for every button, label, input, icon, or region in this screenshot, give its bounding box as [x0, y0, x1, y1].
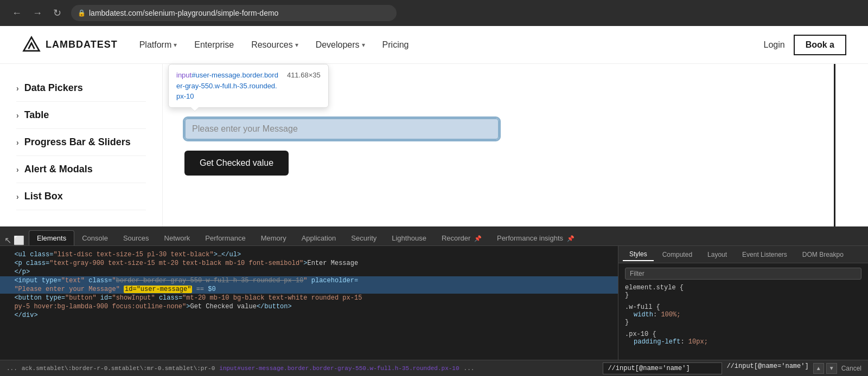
nav-platform[interactable]: Platform ▾: [139, 40, 177, 50]
element-tooltip: input#user-message.border.border-gray-55…: [168, 64, 329, 108]
css-rule-w-full: .w-full { width: 100%; }: [625, 303, 861, 326]
nav-developers[interactable]: Developers ▾: [316, 40, 365, 50]
styles-tab-computed[interactable]: Computed: [656, 249, 699, 261]
tooltip-tag: input: [176, 71, 192, 79]
html-line-div-close: </div>: [0, 311, 618, 320]
devtools-tabs: ↖ ⬜ Elements Console Sources Network Per…: [0, 226, 868, 246]
nav-bar: LAMBDATEST Platform ▾ Enterprise Resourc…: [0, 26, 868, 64]
bottom-dots-left: ...: [7, 365, 17, 372]
book-button[interactable]: Book a: [794, 35, 846, 55]
xpath-value: //input[@name='name']: [726, 362, 808, 374]
sidebar-item-table[interactable]: › Table: [16, 102, 146, 129]
expand-icon: ›: [16, 84, 19, 93]
bottom-input-selector[interactable]: input#user-message.border.border-gray-55…: [219, 365, 459, 372]
developers-chevron-icon: ▾: [362, 41, 365, 49]
styles-panel: Styles Computed Layout Event Listeners D…: [618, 246, 868, 360]
xpath-nav-up[interactable]: ▲: [813, 363, 824, 374]
css-rule-selector: element.style {: [625, 284, 684, 291]
sidebar: › Data Pickers › Table › Progress Bar & …: [0, 64, 163, 226]
filter-box[interactable]: Filter: [625, 268, 861, 280]
resources-chevron-icon: ▾: [295, 41, 298, 49]
content-area: › Data Pickers › Table › Progress Bar & …: [0, 64, 868, 226]
message-input[interactable]: Please enter your Message: [184, 118, 499, 140]
html-line-p-close: </p>: [0, 268, 618, 276]
html-line-button2: py-5 hover:bg-lambda-900 focus:outline-n…: [0, 302, 618, 311]
filter-text: Filter: [630, 270, 644, 277]
css-prop-width: width: 100%;: [634, 311, 680, 319]
tab-recorder[interactable]: Recorder 📌: [434, 231, 489, 245]
tooltip-size: 411.68×35: [287, 70, 321, 79]
bottom-breadcrumb[interactable]: ack.smtablet\:border-r-0.smtablet\:mr-0.…: [22, 365, 215, 372]
sidebar-item-data-pickers[interactable]: › Data Pickers: [16, 75, 146, 102]
styles-tabs: Styles Computed Layout Event Listeners D…: [618, 246, 868, 263]
nav-links: Platform ▾ Enterprise Resources ▾ Develo…: [139, 40, 764, 50]
lock-icon: 🔒: [78, 9, 86, 17]
xpath-nav-down[interactable]: ▼: [826, 363, 837, 374]
forward-button[interactable]: →: [29, 7, 46, 20]
html-line-ul: <ul class="list-disc text-size-15 pl-30 …: [0, 250, 618, 259]
tab-performance[interactable]: Performance: [197, 231, 253, 245]
expand-icon: ›: [16, 165, 19, 174]
sidebar-item-list-box[interactable]: › List Box: [16, 183, 146, 210]
html-line-input-selected[interactable]: <input type="text" class="border border-…: [0, 276, 618, 285]
tab-elements[interactable]: Elements: [29, 230, 74, 245]
css-prop-padding-left: padding-left: 10px;: [634, 338, 708, 346]
tab-security[interactable]: Security: [343, 231, 384, 245]
message-input-container: Please enter your Message Get Checked va…: [184, 118, 846, 176]
xpath-input[interactable]: [603, 362, 722, 374]
devtools-bottom: ... ack.smtablet\:border-r-0.smtablet\:m…: [0, 360, 868, 376]
address-bar[interactable]: 🔒 lambdatest.com/selenium-playground/sim…: [71, 5, 397, 21]
recorder-pin-icon: 📌: [474, 235, 482, 242]
tab-memory[interactable]: Memory: [253, 231, 294, 245]
css-rule-element-style: element.style { }: [625, 284, 861, 299]
tab-lighthouse[interactable]: Lighthouse: [384, 231, 434, 245]
styles-tab-dom-breakpoints[interactable]: DOM Breakpo: [796, 249, 850, 261]
css-rule-px10: .px-10 { padding-left: 10px;: [625, 330, 861, 346]
login-button[interactable]: Login: [764, 40, 785, 50]
styles-tab-layout[interactable]: Layout: [701, 249, 733, 261]
css-close-brace: }: [625, 291, 629, 299]
devtools-body: <ul class="list-disc text-size-15 pl-30 …: [0, 246, 868, 360]
cancel-button[interactable]: Cancel: [841, 365, 861, 372]
get-checked-button[interactable]: Get Checked value: [184, 151, 289, 176]
devtools-bottom-right: //input[@name='name'] ▲ ▼ Cancel: [603, 362, 861, 374]
styles-tab-event-listeners[interactable]: Event Listeners: [736, 249, 794, 261]
tooltip-class: #user-message.border.border-gray-550.w-f…: [176, 71, 278, 100]
tab-network[interactable]: Network: [157, 231, 198, 245]
css-rule-selector-px10: .px-10 {: [625, 330, 656, 338]
expand-icon: ›: [16, 192, 19, 201]
browser-nav-buttons: ← → ↻: [9, 6, 65, 20]
back-button[interactable]: ←: [9, 7, 25, 20]
nav-enterprise[interactable]: Enterprise: [194, 40, 234, 50]
device-icon[interactable]: ⬜: [14, 235, 24, 245]
id-highlight: id="user-message": [124, 286, 192, 293]
browser-chrome: ← → ↻ 🔒 lambdatest.com/selenium-playgrou…: [0, 0, 868, 26]
css-rule-selector-wfull: .w-full {: [625, 303, 660, 311]
devtools-bottom-left: ... ack.smtablet\:border-r-0.smtablet\:m…: [7, 365, 596, 372]
sidebar-item-alert-modals[interactable]: › Alert & Modals: [16, 156, 146, 183]
refresh-button[interactable]: ↻: [50, 6, 65, 20]
tab-performance-insights[interactable]: Performance insights 📌: [489, 231, 582, 245]
input-placeholder-text: Please enter your Message: [192, 124, 298, 134]
expand-icon: ›: [16, 138, 19, 147]
cursor-icon[interactable]: ↖: [4, 235, 11, 245]
html-line-input-selected2[interactable]: "Please enter your Message" id="user-mes…: [0, 285, 618, 294]
html-line-p: <p class="text-gray-900 text-size-15 mt-…: [0, 259, 618, 268]
lambdatest-logo-icon: [22, 35, 41, 55]
url-text: lambdatest.com/selenium-playground/simpl…: [89, 9, 278, 17]
logo-area: LAMBDATEST: [22, 35, 118, 55]
tab-sources[interactable]: Sources: [116, 231, 157, 245]
sidebar-item-progress-bar[interactable]: › Progress Bar & Sliders: [16, 129, 146, 156]
main-content: input#user-message.border.border-gray-55…: [163, 64, 868, 226]
tab-console[interactable]: Console: [74, 231, 116, 245]
styles-tab-styles[interactable]: Styles: [623, 248, 654, 261]
nav-resources[interactable]: Resources ▾: [251, 40, 298, 50]
platform-chevron-icon: ▾: [174, 41, 177, 49]
tab-application[interactable]: Application: [294, 231, 344, 245]
logo-text: LAMBDATEST: [46, 39, 118, 50]
tooltip-selector: input#user-message.border.border-gray-55…: [176, 70, 278, 102]
css-close-brace2: }: [625, 319, 629, 326]
styles-content: Filter element.style { } .w-full { width…: [618, 263, 868, 360]
vertical-divider: [834, 64, 835, 226]
nav-pricing[interactable]: Pricing: [382, 40, 409, 50]
